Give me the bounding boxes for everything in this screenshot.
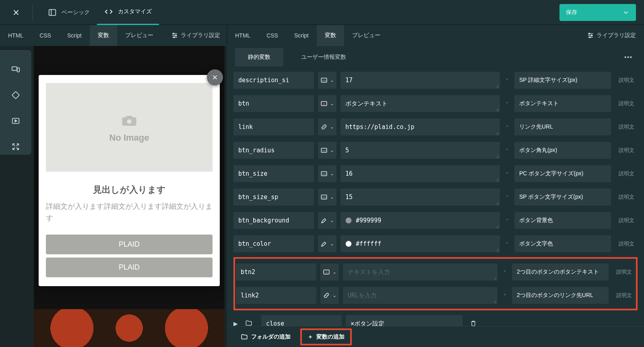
variable-label[interactable]: ボタンテキスト	[514, 95, 611, 112]
variable-name[interactable]: btn_size	[233, 165, 314, 182]
subtab-right-vars[interactable]: 変数	[317, 25, 344, 46]
variable-value-input[interactable]: ボタンテキスト	[341, 95, 500, 112]
add-folder-button[interactable]: フォルダの追加	[235, 330, 296, 344]
variable-value-input[interactable]: https://plaid.co.jp	[341, 118, 500, 135]
close-icon[interactable]	[8, 4, 24, 21]
variable-row: btnA⌄ボタンテキスト*ボタンテキスト説明文	[233, 92, 638, 115]
variable-value-input[interactable]: URLを入力	[343, 287, 497, 304]
variable-description[interactable]: 説明文	[615, 165, 638, 182]
folder-value[interactable]: ×ボタン設定	[346, 315, 462, 326]
add-variable-button[interactable]: ＋ 変数の追加	[300, 328, 352, 345]
tab-customize-label: カスタマイズ	[118, 8, 152, 15]
variable-label[interactable]: ボタン文字色	[514, 235, 611, 252]
tab-basic[interactable]: ベーシック	[41, 0, 97, 25]
variable-name[interactable]: btn_background	[233, 212, 314, 229]
variable-label[interactable]: ボタン角丸(px)	[514, 142, 611, 159]
devices-icon[interactable]	[8, 61, 24, 77]
variable-type-selector[interactable]: A⌄	[320, 264, 339, 281]
variable-value-input[interactable]: 16	[341, 165, 500, 182]
inner-tab-static[interactable]: 静的変数	[235, 48, 283, 66]
variable-type-selector[interactable]: 123⌄	[318, 165, 336, 182]
variable-label[interactable]: ボタン背景色	[514, 212, 611, 229]
expand-arrow-icon[interactable]: ▶	[233, 320, 238, 326]
variable-name[interactable]: description_si	[233, 72, 314, 89]
variable-label[interactable]: リンク先URL	[514, 118, 611, 135]
variable-type-selector[interactable]: ⌄	[318, 118, 336, 135]
play-icon[interactable]	[8, 113, 24, 129]
variable-name[interactable]: link	[233, 118, 314, 135]
subtab-right-html[interactable]: HTML	[227, 25, 258, 46]
variable-value-input[interactable]: テキストを入力	[343, 264, 497, 281]
variable-row: btn_color⌄#ffffff*ボタン文字色説明文	[233, 232, 638, 256]
resize-handle-icon	[493, 276, 497, 280]
variable-description[interactable]: 説明文	[615, 72, 638, 89]
preview-button-2[interactable]: PLAID	[46, 258, 213, 277]
svg-text:A: A	[325, 270, 328, 274]
variable-type-selector[interactable]: ⌄	[320, 287, 339, 304]
folder-icon	[245, 320, 252, 326]
variable-description[interactable]: 説明文	[615, 95, 638, 112]
variable-type-selector[interactable]: 123⌄	[318, 189, 336, 206]
variable-name[interactable]: btn_size_sp	[233, 189, 314, 206]
variable-type-selector[interactable]: ⌄	[318, 235, 336, 252]
delete-folder-button[interactable]	[466, 320, 480, 326]
svg-rect-14	[12, 67, 17, 71]
inner-tab-user[interactable]: ユーザー情報変数	[288, 48, 359, 66]
subtab-left-script[interactable]: Script	[59, 25, 90, 46]
variable-name[interactable]: btn_color	[233, 235, 314, 252]
variable-label[interactable]: SP 詳細文字サイズ(px)	[514, 72, 611, 89]
variable-type-selector[interactable]: ⌄	[318, 212, 336, 229]
variable-label[interactable]: 2つ目のボタンのリンク先URL	[512, 287, 609, 304]
variable-name[interactable]: btn	[233, 95, 314, 112]
variable-value-input[interactable]: 17	[341, 72, 500, 89]
subtab-left-vars[interactable]: 変数	[90, 25, 117, 46]
chevron-down-icon: ⌄	[330, 171, 334, 177]
variable-value-input[interactable]: 5	[341, 142, 500, 159]
expand-icon[interactable]	[8, 139, 24, 155]
variable-description[interactable]: 説明文	[615, 118, 638, 135]
variable-value-input[interactable]: #999999	[341, 212, 500, 229]
subtab-left-library[interactable]: ライブラリ設定	[163, 25, 228, 46]
svg-text:123: 123	[322, 79, 326, 82]
preview-button-1[interactable]: PLAID	[46, 235, 213, 254]
variable-value: 16	[345, 170, 353, 177]
subtab-right-script[interactable]: Script	[286, 25, 317, 46]
required-marker: *	[502, 292, 508, 299]
rotate-icon[interactable]	[8, 87, 24, 103]
variable-name[interactable]: btn2	[236, 264, 316, 281]
variable-value-input[interactable]: 15	[341, 189, 500, 206]
variable-name[interactable]: btn_radius	[233, 142, 314, 159]
subtab-right-css[interactable]: CSS	[258, 25, 286, 46]
required-marker: *	[504, 217, 510, 224]
variable-type-selector[interactable]: 123⌄	[318, 72, 336, 89]
variable-label[interactable]: 2つ目のボタンのボタンテキスト	[512, 264, 609, 281]
svg-point-11	[589, 33, 590, 34]
variable-description[interactable]: 説明文	[615, 212, 638, 229]
variable-description[interactable]: 説明文	[613, 264, 635, 281]
variable-label[interactable]: SP ボタン文字サイズ(px)	[514, 189, 611, 206]
modal-close-button[interactable]	[207, 69, 223, 85]
plus-icon: ＋	[308, 333, 313, 341]
subtab-right-preview[interactable]: プレビュー	[344, 25, 388, 46]
variable-value-input[interactable]: #ffffff	[341, 235, 500, 252]
subtab-left-css[interactable]: CSS	[31, 25, 59, 46]
folder-name[interactable]: close	[261, 315, 342, 326]
svg-point-18	[127, 119, 131, 124]
variable-description[interactable]: 説明文	[615, 189, 638, 206]
subtab-left-preview[interactable]: プレビュー	[117, 25, 161, 46]
variable-description[interactable]: 説明文	[613, 287, 635, 304]
variable-name[interactable]: link2	[236, 287, 316, 304]
variable-type-selector[interactable]: A⌄	[318, 95, 336, 112]
tab-customize[interactable]: カスタマイズ	[97, 0, 159, 25]
preview-stage: No Image 見出しが入ります 詳細文が入ります詳細文が入ります詳細文が入り…	[34, 46, 225, 347]
save-button[interactable]: 保存	[559, 4, 636, 21]
variable-label[interactable]: PC ボタン文字サイズ(px)	[514, 165, 611, 182]
link-type-icon	[320, 123, 328, 131]
variable-type-selector[interactable]: 123⌄	[318, 142, 336, 159]
more-menu-icon[interactable]: •••	[621, 51, 636, 64]
required-marker: *	[504, 100, 510, 107]
subtab-right-library[interactable]: ライブラリ設定	[579, 25, 644, 46]
variable-description[interactable]: 説明文	[615, 235, 638, 252]
subtab-left-html[interactable]: HTML	[0, 25, 31, 46]
variable-description[interactable]: 説明文	[615, 142, 638, 159]
